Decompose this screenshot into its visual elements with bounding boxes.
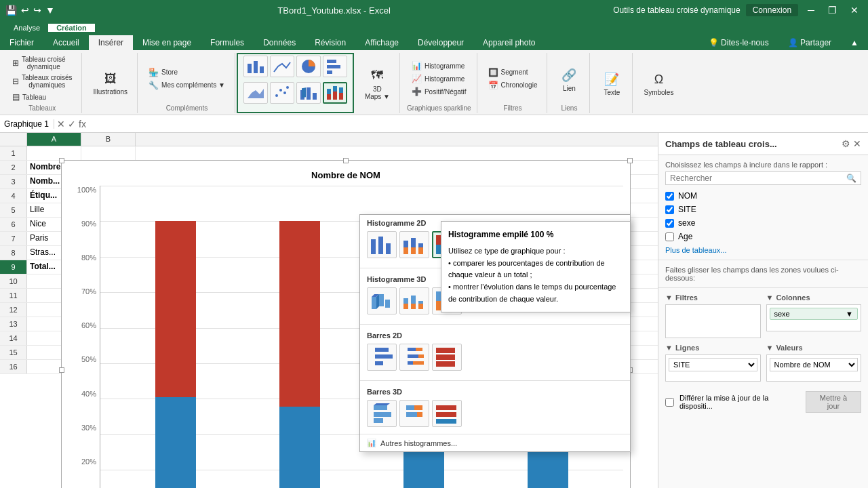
chart-title: Nombre de NOM: [68, 165, 623, 186]
btn-symboles[interactable]: Ω Symboles: [639, 67, 677, 99]
btn-chronologie[interactable]: 📅 Chronologie: [484, 79, 542, 92]
defer-checkbox[interactable]: [665, 398, 674, 407]
btn-histogramme-2d[interactable]: [243, 56, 268, 77]
btn-segment[interactable]: 🔲 Segment: [484, 66, 542, 79]
tab-accueil[interactable]: Accueil: [43, 35, 89, 50]
btn-stacked-chart[interactable]: [323, 82, 347, 104]
btn-lien[interactable]: 🔗 Lien: [554, 63, 584, 95]
col-header-A[interactable]: A: [27, 133, 81, 146]
btn-barre2d-1[interactable]: [367, 344, 397, 371]
colonnes-tag-arrow[interactable]: ▼: [846, 310, 853, 318]
btn-histo3d-1[interactable]: [367, 287, 397, 314]
connexion-label[interactable]: Connexion: [746, 4, 798, 16]
tab-dites-le-nous[interactable]: 💡 Dites-le-nous: [699, 35, 778, 50]
redo-icon[interactable]: ↪: [33, 5, 41, 16]
close-button[interactable]: ✕: [846, 3, 863, 17]
col-header-B[interactable]: B: [81, 133, 136, 146]
btn-barre2d-2[interactable]: [399, 344, 429, 371]
handle-tc[interactable]: [343, 158, 349, 163]
tab-developpeur[interactable]: Développeur: [408, 35, 473, 50]
checkbox-NOM[interactable]: [665, 192, 674, 201]
panel-close-icon[interactable]: ✕: [853, 138, 861, 149]
btn-histo2d-1[interactable]: [367, 231, 397, 258]
handle-ml[interactable]: [59, 367, 64, 373]
update-button[interactable]: Mettre à jour: [806, 391, 861, 413]
btn-3d-chart[interactable]: [296, 82, 321, 104]
quick-access-icon[interactable]: ▼: [45, 5, 55, 16]
tab-mise-en-page[interactable]: Mise en page: [133, 35, 201, 50]
btn-tableaux-croises[interactable]: ⊟ Tableaux croisésdynamiques: [8, 73, 76, 90]
undo-icon[interactable]: ↩: [21, 5, 29, 16]
panel-settings-icon[interactable]: ⚙: [842, 138, 850, 149]
zone-colonnes-content[interactable]: sexe ▼: [766, 304, 862, 331]
restore-button[interactable]: ❐: [824, 3, 841, 17]
btn-histo2d-2[interactable]: [399, 231, 429, 258]
btn-mes-complements[interactable]: 🔧 Mes compléments ▼: [144, 79, 229, 92]
bar-homme-nice[interactable]: [279, 221, 320, 407]
btn-area-chart[interactable]: [243, 82, 268, 104]
bar-femme-nice[interactable]: [279, 407, 320, 488]
btn-barre3d-2[interactable]: [399, 400, 429, 427]
colonnes-sexe-tag[interactable]: sexe ▼: [770, 308, 859, 320]
zone-lignes-content[interactable]: SITE: [665, 354, 761, 382]
checkbox-sexe[interactable]: [665, 219, 674, 228]
btn-tableau-croise[interactable]: ⊞ Tableau croisédynamique: [8, 54, 76, 72]
bar-femme-lille[interactable]: [155, 397, 196, 488]
formula-input[interactable]: [89, 119, 868, 129]
tab-partager[interactable]: 👤 Partager: [778, 35, 841, 50]
svg-rect-73: [417, 412, 422, 417]
tab-formules[interactable]: Formules: [201, 35, 254, 50]
panel-search-input[interactable]: [670, 174, 846, 183]
btn-positif-negatif[interactable]: ➕ Positif/Négatif: [408, 85, 471, 98]
minimize-button[interactable]: ─: [804, 3, 818, 17]
tab-revision[interactable]: Révision: [305, 35, 355, 50]
ribbon-collapse[interactable]: ▲: [841, 35, 868, 50]
field-NOM[interactable]: NOM: [665, 189, 861, 203]
confirm-formula-btn[interactable]: ✓: [68, 119, 76, 129]
btn-tableau[interactable]: ▤ Tableau: [8, 91, 76, 103]
zone-filtres-content[interactable]: [665, 304, 761, 338]
tooltip-body: Utilisez ce type de graphique pour : • c…: [448, 245, 623, 305]
btn-line-chart[interactable]: [270, 56, 294, 77]
btn-other-histograms[interactable]: 📊 Autres histogrammes...: [360, 434, 630, 451]
svg-rect-25: [403, 241, 408, 247]
zone-lignes: ▼ Lignes SITE: [665, 344, 761, 382]
btn-barre3d-1[interactable]: [367, 400, 397, 427]
tab-fichier[interactable]: Fichier: [0, 35, 43, 50]
handle-tl[interactable]: [59, 158, 64, 163]
save-icon[interactable]: 💾: [5, 5, 17, 16]
btn-texte[interactable]: 📝 Texte: [597, 67, 627, 99]
btn-histogramme-sparkline[interactable]: 📊 Histogramme: [408, 60, 471, 72]
context-tab-creation[interactable]: Création: [48, 24, 95, 32]
tab-donnees[interactable]: Données: [254, 35, 305, 50]
btn-3dmaps[interactable]: 🗺 3DMaps ▼: [361, 64, 394, 103]
tab-affichage[interactable]: Affichage: [355, 35, 408, 50]
bar-homme-lille[interactable]: [155, 221, 196, 396]
btn-barre-chart[interactable]: [323, 56, 347, 77]
btn-barre3d-3[interactable]: [432, 400, 462, 427]
field-age[interactable]: Age: [665, 230, 861, 243]
name-box[interactable]: Graphique 1: [0, 119, 54, 129]
tab-inserer[interactable]: Insérer: [89, 35, 133, 50]
context-tab-analyse[interactable]: Analyse: [5, 24, 48, 32]
btn-illustrations[interactable]: 🖼 Illustrations: [89, 66, 132, 98]
btn-histogramme2-sparkline[interactable]: 📈 Histogramme: [408, 73, 471, 85]
zone-valeurs-content[interactable]: Nombre de NOM: [766, 354, 862, 382]
checkbox-age[interactable]: [665, 232, 674, 241]
btn-pie-chart[interactable]: [296, 56, 321, 77]
lignes-site-select[interactable]: SITE: [669, 358, 757, 371]
cancel-formula-btn[interactable]: ✕: [57, 119, 65, 129]
valeurs-nom-select[interactable]: Nombre de NOM: [770, 358, 859, 371]
btn-store[interactable]: 🏪 Store: [144, 66, 229, 79]
checkbox-SITE[interactable]: [665, 205, 674, 214]
field-sexe[interactable]: sexe: [665, 216, 861, 230]
field-SITE[interactable]: SITE: [665, 203, 861, 216]
insert-function-btn[interactable]: fx: [79, 119, 86, 129]
tab-appareil-photo[interactable]: Appareil photo: [473, 35, 545, 50]
btn-barre2d-3[interactable]: [432, 344, 462, 371]
handle-tr[interactable]: [627, 158, 633, 163]
btn-scatter-chart[interactable]: [270, 82, 294, 104]
btn-histo3d-2[interactable]: [399, 287, 429, 314]
more-tables-link[interactable]: Plus de tableaux...: [665, 246, 861, 254]
dropdown-barre3d-title: Barres 3D: [367, 388, 623, 396]
